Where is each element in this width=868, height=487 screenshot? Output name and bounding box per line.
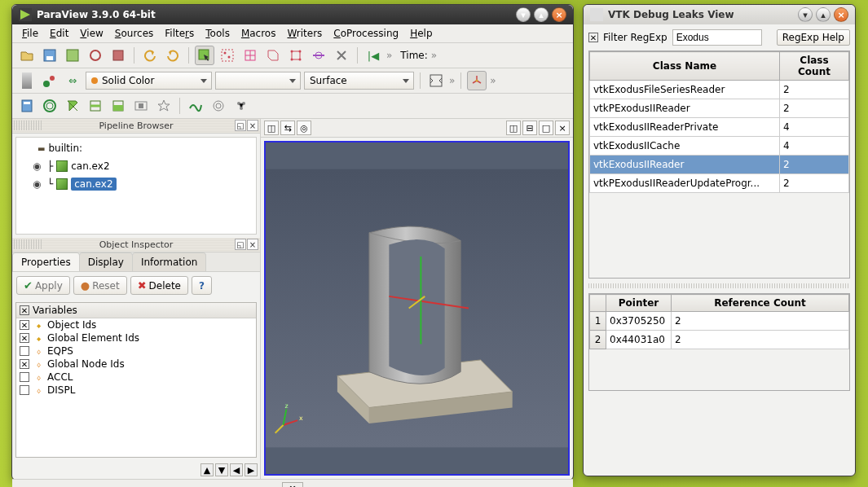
first-frame-button[interactable]: |◀ — [364, 46, 383, 65]
menu-help[interactable]: Help — [405, 26, 437, 41]
menu-view[interactable]: View — [75, 26, 108, 41]
edit-color-button[interactable] — [40, 71, 59, 90]
select-frustum-button[interactable] — [263, 46, 283, 65]
connect-button[interactable] — [86, 46, 105, 65]
split-h-button[interactable]: ◫ — [506, 121, 521, 135]
group-button[interactable] — [231, 96, 251, 116]
filter-checkbox[interactable]: ✕ — [588, 33, 598, 42]
save-data-button[interactable] — [63, 46, 82, 65]
pipeline-item-selected[interactable]: can.ex2 — [71, 178, 116, 191]
threshold-button[interactable] — [108, 96, 128, 116]
axes-button[interactable] — [467, 71, 487, 90]
var-checkbox[interactable]: ✕ — [20, 359, 29, 369]
pointers-table[interactable]: Pointer Reference Count 10x3705250220x44… — [588, 293, 850, 391]
visibility-icon[interactable]: ◉ — [33, 178, 44, 190]
var-checkbox[interactable]: ✕ — [20, 320, 29, 330]
disconnect-button[interactable] — [108, 46, 128, 65]
representation-combo[interactable]: Surface — [304, 72, 414, 90]
var-checkbox[interactable] — [20, 372, 29, 382]
variables-check-all[interactable]: ✕ — [20, 305, 29, 315]
select-cells-button[interactable] — [240, 46, 260, 65]
maximize-view-button[interactable]: □ — [539, 121, 553, 135]
tab-display[interactable]: Display — [79, 252, 133, 271]
object-inspector-header[interactable]: Object Inspector ◱× — [12, 238, 260, 252]
menu-sources[interactable]: Sources — [110, 26, 158, 41]
contour-button[interactable] — [40, 96, 59, 116]
select-points-button[interactable] — [218, 46, 237, 65]
close-button[interactable]: × — [552, 7, 566, 22]
var-checkbox[interactable] — [20, 346, 29, 356]
menu-filters[interactable]: Filters — [160, 26, 199, 41]
view-link-button[interactable]: ⇆ — [280, 121, 295, 135]
dock-close-icon[interactable]: × — [247, 120, 258, 131]
variable-row[interactable]: ⬨ACCL — [16, 371, 256, 384]
extract-button[interactable] — [131, 96, 151, 116]
scroll-up-button[interactable]: ▲ — [200, 463, 214, 476]
class-row[interactable]: vtkPExodusIIReaderUpdateProgr...2 — [590, 174, 849, 193]
select-block-button[interactable] — [286, 46, 306, 65]
minimize-button[interactable]: ▾ — [798, 7, 813, 22]
color-by-combo[interactable]: Solid Color — [86, 72, 212, 90]
splitter[interactable] — [588, 283, 850, 288]
reset-button[interactable]: ●Reset — [73, 276, 127, 295]
scroll-left-button[interactable]: ◀ — [230, 463, 243, 476]
dock-close-icon[interactable]: × — [247, 239, 258, 250]
variable-row[interactable]: ✕⬨Global Node Ids — [16, 358, 256, 371]
menu-writers[interactable]: Writers — [282, 26, 327, 41]
clip-button[interactable] — [63, 96, 82, 116]
slice-button[interactable] — [86, 96, 105, 116]
select-thru-button[interactable] — [309, 46, 328, 65]
scroll-right-button[interactable]: ▶ — [245, 463, 258, 476]
builtin-node[interactable]: builtin: — [48, 143, 82, 154]
class-row[interactable]: vtkPExodusIIReader2 — [590, 99, 849, 118]
close-button[interactable]: × — [834, 7, 848, 22]
clear-select-button[interactable] — [332, 46, 351, 65]
select-mode-button[interactable] — [195, 46, 214, 65]
class-row[interactable]: vtkExodusIIReaderPrivate4 — [590, 118, 849, 137]
var-checkbox[interactable] — [20, 385, 29, 395]
rescale-button[interactable]: ⇔ — [63, 71, 82, 90]
dock-restore-icon[interactable]: ◱ — [235, 239, 246, 250]
class-row[interactable]: vtkExodusIIReader2 — [590, 156, 849, 174]
redo-button[interactable] — [163, 46, 183, 65]
pointer-row[interactable]: 10x37052502 — [590, 312, 849, 331]
glyph-button[interactable] — [154, 96, 174, 116]
paraview-titlebar[interactable]: ParaView 3.9.0 64-bit ▾ ▴ × — [12, 5, 573, 24]
variable-row[interactable]: ✕⬥Global Element Ids — [16, 331, 256, 344]
reset-camera-button[interactable] — [426, 71, 446, 90]
pipeline-browser[interactable]: ▬builtin: ◉├can.ex2 ◉└can.ex2 — [15, 137, 257, 235]
regexp-help-button[interactable]: RegExp Help — [777, 29, 850, 46]
visibility-icon[interactable]: ◉ — [33, 160, 44, 172]
open-button[interactable] — [17, 46, 37, 65]
help-button[interactable]: ? — [192, 276, 212, 295]
warp-button[interactable] — [209, 96, 228, 116]
menu-coprocessing[interactable]: CoProcessing — [328, 26, 403, 41]
classes-table[interactable]: Class Name Class Count vtkExodusFileSeri… — [588, 50, 850, 279]
pointer-row[interactable]: 20x44031a02 — [590, 331, 849, 349]
menu-macros[interactable]: Macros — [236, 26, 281, 41]
tab-information[interactable]: Information — [132, 252, 206, 271]
dock-restore-icon[interactable]: ◱ — [235, 120, 246, 131]
stream-button[interactable] — [186, 96, 205, 116]
menu-tools[interactable]: Tools — [200, 26, 235, 41]
render-view[interactable]: x z — [264, 141, 570, 476]
scroll-down-button[interactable]: ▼ — [215, 463, 228, 476]
class-row[interactable]: vtkExodusIICache4 — [590, 137, 849, 156]
maximize-button[interactable]: ▴ — [816, 7, 831, 22]
vtk-titlebar[interactable]: VTK Debug Leaks View ▾ ▴ × — [584, 5, 855, 24]
tab-properties[interactable]: Properties — [12, 252, 80, 271]
calculator-button[interactable] — [17, 96, 37, 116]
col-pointer[interactable]: Pointer — [606, 295, 672, 312]
variable-row[interactable]: ✕⬥Object Ids — [16, 318, 256, 331]
menu-edit[interactable]: Edit — [45, 26, 73, 41]
delete-button[interactable]: ✖Delete — [130, 276, 188, 295]
variable-row[interactable]: ⬨DISPL — [16, 384, 256, 397]
maximize-button[interactable]: ▴ — [534, 7, 549, 22]
pipeline-browser-header[interactable]: Pipeline Browser ◱× — [12, 119, 260, 134]
menu-file[interactable]: File — [17, 26, 43, 41]
col-class-count[interactable]: Class Count — [780, 52, 849, 81]
colormap-button[interactable] — [17, 71, 37, 90]
col-class-name[interactable]: Class Name — [590, 52, 780, 81]
var-checkbox[interactable]: ✕ — [20, 333, 29, 343]
cancel-button[interactable]: ✖ — [282, 482, 303, 488]
